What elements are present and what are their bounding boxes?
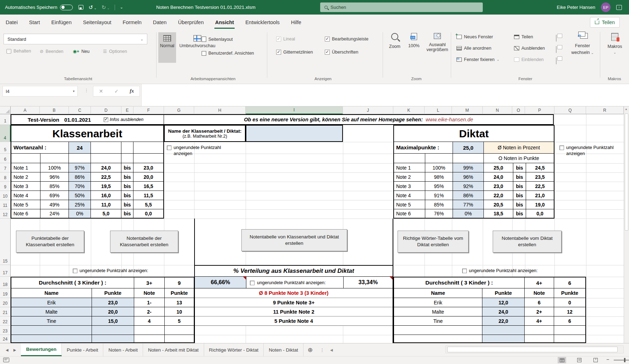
cell[interactable] (394, 335, 482, 342)
cell[interactable]: Note 5 (11, 200, 40, 209)
cell[interactable]: 6 (525, 298, 554, 307)
col-header-H[interactable]: H (194, 106, 246, 114)
horizontal-scrollbar-thumb[interactable] (447, 347, 618, 352)
row-header-20[interactable]: 20 (0, 298, 11, 307)
cell[interactable]: 0,0 (133, 209, 163, 218)
tab-start[interactable]: Start (23, 15, 46, 30)
redo-button[interactable]: ↻ ⌄ (102, 4, 110, 11)
cell[interactable]: 24,0 (482, 307, 525, 316)
view-page-break-button[interactable] (591, 357, 600, 363)
left-avg-note[interactable]: 3+ (134, 277, 165, 288)
cell[interactable]: 86% (69, 172, 91, 182)
cell[interactable]: 91% (425, 191, 453, 200)
row-header-8[interactable]: 8 (0, 172, 11, 182)
cell[interactable]: 96% (40, 172, 69, 182)
row-header-15[interactable]: 15 (0, 219, 11, 265)
cell[interactable]: 11,5 (133, 191, 163, 200)
reset-window-position-icon[interactable] (556, 58, 557, 64)
select-all-corner[interactable] (0, 106, 11, 114)
search-input[interactable] (330, 5, 465, 10)
cell[interactable]: 95% (425, 182, 453, 191)
cell[interactable] (554, 326, 585, 335)
add-sheet-button[interactable]: ⊕ (303, 343, 317, 356)
col-header-C[interactable]: C (69, 106, 91, 114)
cell[interactable]: 5 (165, 316, 194, 326)
row-header-21[interactable]: 21 (0, 307, 11, 316)
cell[interactable] (394, 154, 425, 163)
sheet-tab-noten-arbeit-mit-diktat[interactable]: Noten - Arbeit mit Diktat (143, 343, 204, 356)
cell[interactable]: 50% (69, 191, 91, 200)
autosave-switch-icon[interactable] (60, 5, 73, 10)
cell[interactable]: 22,5 (526, 182, 554, 191)
cell[interactable]: 25,0 (484, 163, 513, 172)
notentabelle-klassenarbeit-diktat-button[interactable]: Notentabelle von Klassenarbeit und Dikta… (241, 229, 347, 251)
cell[interactable]: 13 (165, 298, 194, 307)
unrounded-checkbox-verteilung[interactable]: ungerundete Punktzahl anzeigen: (246, 277, 344, 288)
cell[interactable]: 12 (554, 307, 585, 316)
cell[interactable] (525, 326, 554, 335)
left-avg-label[interactable]: Durchschnitt ( 3 Kinder ) : (11, 277, 134, 288)
right-avg-punkte[interactable]: 6 (554, 277, 585, 288)
row-header-23[interactable]: 23 (0, 326, 11, 335)
wortanzahl-label[interactable]: Wortanzahl : (11, 142, 69, 154)
cell[interactable]: 20,5 (484, 200, 513, 209)
share-button[interactable]: Teilen (590, 17, 620, 28)
view-side-by-side-icon[interactable] (556, 35, 557, 42)
right-header-punkte[interactable]: Punkte (482, 288, 525, 298)
cell-diktat-anteil[interactable]: 33,34% (344, 277, 393, 288)
zoom-button[interactable]: Zoom (385, 33, 404, 49)
right-header-punkte2[interactable]: Punkte (554, 288, 585, 298)
tab-scroll-right-icon[interactable]: ▶ (13, 348, 16, 352)
cell[interactable] (525, 335, 554, 342)
sheet-tab-noten-diktat[interactable]: Noten - Diktat (264, 343, 303, 356)
cell[interactable] (121, 142, 133, 154)
beenden-button[interactable]: ⊘ Beenden (40, 49, 64, 54)
cell[interactable] (425, 154, 453, 163)
notentabelle-klassenarbeit-button[interactable]: Notentabelle der Klassenarbeit erstellen (110, 231, 178, 253)
tab-datei[interactable]: Datei (0, 15, 23, 30)
sheet-tab-noten-arbeit[interactable]: Noten - Arbeit (103, 343, 143, 356)
cell[interactable]: 23,0 (484, 182, 513, 191)
infos-ausblenden-checkbox[interactable] (104, 117, 110, 122)
lineal-checkbox[interactable]: Lineal (276, 37, 295, 42)
cell[interactable]: bis (121, 172, 133, 182)
cell[interactable]: Note 5 (394, 200, 425, 209)
enter-button[interactable]: ✓ (114, 88, 119, 94)
sheet-tab-richtige-woerter-diktat[interactable]: Richtige Wörter - Diktat (204, 343, 264, 356)
search-box[interactable] (320, 2, 483, 12)
col-header-E[interactable]: E (121, 106, 133, 114)
cell[interactable]: 21,0 (526, 191, 554, 200)
col-header-R[interactable]: R (586, 106, 624, 114)
cell[interactable]: 22,0 (482, 316, 525, 326)
tab-seitenlayout[interactable]: Seitenlayout (77, 15, 117, 30)
cell[interactable]: Erik (394, 298, 482, 307)
row-header-9[interactable]: 9 (0, 182, 11, 191)
row-header-1[interactable]: 1 (0, 114, 11, 125)
cell[interactable] (121, 154, 133, 163)
macro-record-icon[interactable] (3, 358, 9, 362)
cell[interactable]: 18,5 (484, 209, 513, 218)
left-header-name[interactable]: Name (11, 288, 92, 298)
cell[interactable]: 2+ (525, 307, 554, 316)
sheet-view-dropdown[interactable]: Standard ⌄ (4, 34, 147, 44)
einblenden-button[interactable]: Einblenden (514, 57, 544, 62)
avatar[interactable]: EP (601, 2, 611, 12)
synchronous-scrolling-icon[interactable] (556, 46, 557, 53)
customize-qat-icon[interactable]: ⌄ (120, 5, 123, 10)
row-header-10[interactable]: 10 (0, 191, 11, 200)
cell[interactable]: 16,5 (133, 182, 163, 191)
cell[interactable]: 24,0 (91, 163, 121, 172)
cell[interactable]: Note 4 (394, 191, 425, 200)
neues-fenster-button[interactable]: Neues Fenster (456, 34, 493, 39)
autosave-toggle[interactable]: Automatisches Speichern (5, 5, 73, 10)
cell[interactable]: 5,0 (91, 209, 121, 218)
cell[interactable]: Note 6 (394, 209, 425, 218)
cell[interactable]: Note 2 (11, 172, 40, 182)
row-header-24[interactable]: 24 (0, 335, 11, 343)
cell[interactable]: 24,0 (484, 172, 513, 182)
tab-scroll-left-icon[interactable]: ◀ (6, 348, 9, 352)
row-header-17[interactable]: 17 (0, 265, 11, 277)
user-name[interactable]: Eike Peter Hansen (557, 5, 595, 10)
sheet-tab-bewertungen[interactable]: Bewertungen (21, 343, 62, 356)
hscroll-left-icon[interactable]: ◀ (327, 343, 336, 356)
